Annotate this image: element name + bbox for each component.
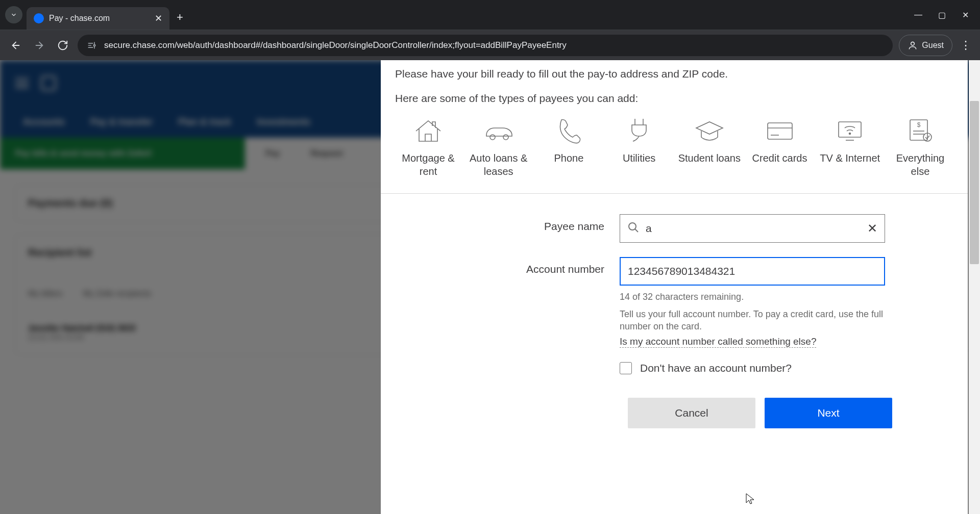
phone-icon (552, 116, 585, 144)
site-settings-icon[interactable] (86, 39, 98, 52)
cancel-button[interactable]: Cancel (628, 398, 755, 428)
payee-type-label: TV & Internet (820, 151, 880, 165)
url-text: secure.chase.com/web/auth/dashboard#/das… (104, 40, 567, 50)
credit-card-icon (763, 116, 797, 144)
payee-type-phone[interactable]: Phone (535, 116, 602, 178)
plug-icon (622, 116, 656, 144)
profile-button[interactable]: Guest (899, 35, 952, 56)
form-actions: Cancel Next (395, 398, 953, 428)
address-bar[interactable]: secure.chase.com/web/auth/dashboard#/das… (78, 35, 893, 56)
payee-type-label: Auto loans & leases (465, 151, 532, 178)
no-account-checkbox[interactable] (620, 362, 632, 374)
reload-button[interactable] (54, 37, 71, 54)
payee-type-label: Mortgage & rent (395, 151, 461, 178)
tab-search-dropdown[interactable] (5, 6, 22, 23)
account-number-input[interactable] (628, 258, 877, 285)
search-icon (627, 221, 640, 236)
account-number-input-wrap[interactable] (620, 257, 885, 286)
payee-name-input-wrap[interactable]: ✕ (620, 214, 885, 243)
payee-type-row: Mortgage & rent Auto loans & leases Phon… (395, 116, 953, 193)
svg-point-15 (629, 223, 636, 230)
page-viewport: Accounts Pay & transfer Plan & track Inv… (0, 60, 980, 514)
close-window-button[interactable]: ✕ (961, 10, 970, 20)
chars-remaining-text: 14 of 32 characters remaining. (620, 291, 885, 303)
intro-line-1: Please have your bill ready to fill out … (395, 66, 953, 82)
payee-type-label: Credit cards (752, 151, 807, 165)
payee-type-mortgage[interactable]: Mortgage & rent (395, 116, 461, 178)
arrow-right-icon (34, 40, 45, 51)
window-controls: ― ▢ ✕ (914, 10, 970, 20)
profile-label: Guest (922, 41, 944, 50)
browser-menu-button[interactable]: ⋮ (959, 39, 973, 52)
car-icon (482, 116, 516, 144)
payee-type-tv-internet[interactable]: TV & Internet (817, 116, 883, 178)
payee-type-student-loans[interactable]: Student loans (676, 116, 743, 178)
svg-point-1 (911, 42, 915, 45)
forward-button[interactable] (31, 37, 48, 54)
reload-icon (57, 40, 68, 51)
svg-point-9 (849, 133, 851, 134)
no-account-label: Don't have an account number? (640, 362, 792, 374)
back-button[interactable] (7, 37, 24, 54)
intro-line-2: Here are some of the types of payees you… (395, 91, 953, 106)
new-tab-button[interactable]: + (177, 11, 183, 24)
invoice-check-icon: $ (903, 116, 937, 144)
browser-titlebar: Pay - chase.com ✕ + ― ▢ ✕ (0, 0, 980, 30)
account-help-link[interactable]: Is my account number called something el… (620, 336, 816, 348)
svg-point-2 (490, 135, 495, 140)
house-icon (411, 116, 445, 144)
browser-tab[interactable]: Pay - chase.com ✕ (27, 7, 169, 30)
browser-toolbar: secure.chase.com/web/auth/dashboard#/das… (0, 30, 980, 60)
close-icon[interactable]: ✕ (155, 13, 162, 24)
svg-point-3 (503, 135, 508, 140)
payee-form: Payee name ✕ Account number (395, 214, 953, 428)
arrow-left-icon (10, 40, 21, 51)
payee-name-input[interactable] (646, 222, 859, 235)
svg-line-16 (635, 229, 638, 232)
minimize-button[interactable]: ― (914, 10, 923, 20)
maximize-button[interactable]: ▢ (937, 10, 946, 20)
payee-type-credit-cards[interactable]: Credit cards (747, 116, 813, 178)
payee-type-auto[interactable]: Auto loans & leases (465, 116, 532, 178)
scrollbar-thumb[interactable] (970, 101, 979, 264)
next-button[interactable]: Next (765, 398, 892, 428)
tab-title: Pay - chase.com (49, 14, 110, 23)
payee-type-label: Student loans (678, 151, 741, 165)
svg-rect-4 (768, 123, 792, 139)
account-help-text: Tell us your full account number. To pay… (620, 308, 885, 333)
payee-type-everything-else[interactable]: $ Everything else (887, 116, 953, 178)
payee-type-label: Everything else (887, 151, 953, 178)
vertical-scrollbar[interactable] (969, 60, 980, 514)
graduation-cap-icon (693, 116, 726, 144)
favicon-icon (34, 13, 44, 23)
payee-type-label: Phone (554, 151, 583, 165)
add-payee-flyout: Please have your bill ready to fill out … (381, 60, 968, 514)
account-number-label: Account number (395, 257, 620, 275)
svg-text:$: $ (917, 121, 921, 128)
monitor-wifi-icon (833, 116, 867, 144)
person-icon (908, 40, 918, 50)
payee-type-utilities[interactable]: Utilities (606, 116, 672, 178)
chevron-down-icon (10, 11, 17, 18)
payee-type-label: Utilities (623, 151, 655, 165)
divider (381, 193, 968, 194)
payee-name-label: Payee name (395, 214, 620, 233)
no-account-row[interactable]: Don't have an account number? (620, 362, 953, 374)
intro-text: Please have your bill ready to fill out … (395, 66, 953, 107)
clear-input-button[interactable]: ✕ (867, 221, 877, 236)
svg-point-0 (93, 44, 95, 46)
